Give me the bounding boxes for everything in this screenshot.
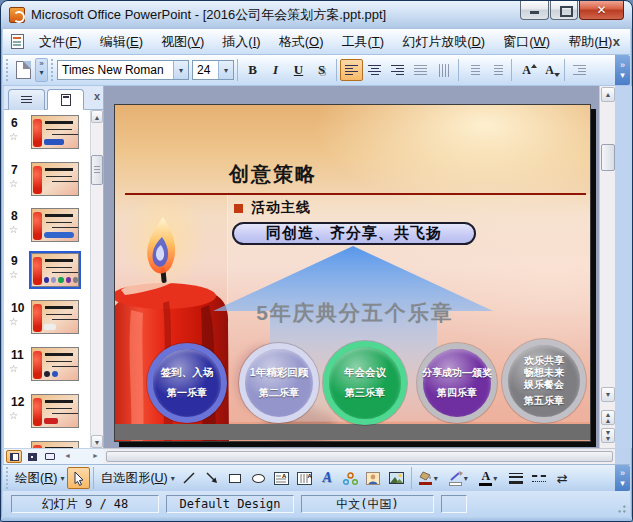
scroll-down-button[interactable]: ▼ [601, 387, 615, 402]
draw-menu-button[interactable]: 绘图(R) [12, 470, 60, 487]
dash-style-button[interactable] [528, 467, 551, 489]
numbered-list-button[interactable] [462, 59, 485, 81]
animation-star-icon[interactable]: ☆ [9, 363, 18, 374]
font-color-button[interactable]: A ▾ [475, 467, 505, 489]
thumbnail-image[interactable] [31, 347, 79, 381]
insert-picture-button[interactable] [385, 467, 408, 489]
size-dropdown-icon[interactable]: ▾ [218, 61, 233, 79]
textbox-tool-button[interactable]: A [270, 467, 293, 489]
animation-star-icon[interactable]: ☆ [9, 316, 18, 327]
font-name-combobox[interactable]: Times New Roman ▾ [57, 60, 189, 80]
slide-thumbnail-11[interactable]: 11 ☆ [4, 347, 90, 383]
vertical-scrollbar[interactable]: ▲ ▼ ▲▲ ▼▼ [599, 86, 615, 448]
toolbar-drag-handle[interactable] [5, 467, 10, 489]
slide-thumbnail-13-partial[interactable] [4, 441, 90, 448]
document-close-icon[interactable]: x [613, 29, 620, 55]
menu-window[interactable]: 窗口(W) [494, 29, 559, 55]
slide-thumbnail-10[interactable]: 10 ☆ [4, 300, 90, 336]
scrollbar-thumb[interactable] [601, 144, 615, 171]
pane-scrollbar[interactable]: ▲ ▼ [90, 110, 103, 448]
animation-star-icon[interactable]: ☆ [9, 178, 18, 189]
menu-view[interactable]: 视图(V) [152, 29, 213, 55]
wordart-button[interactable]: A [316, 467, 339, 489]
maximize-button[interactable] [550, 1, 578, 20]
scroll-right-icon[interactable]: ► [92, 452, 99, 459]
dropdown-icon[interactable]: ▾ [434, 474, 441, 483]
animation-star-icon[interactable]: ☆ [9, 269, 18, 280]
arrow-tool-button[interactable] [201, 467, 224, 489]
menu-edit[interactable]: 编辑(E) [91, 29, 152, 55]
pane-scrollbar-thumb[interactable] [91, 155, 103, 185]
animation-star-icon[interactable]: ☆ [9, 131, 18, 142]
toolbar-options-button[interactable]: » ▾ [615, 465, 630, 491]
align-left-button[interactable] [340, 59, 363, 81]
animation-star-icon[interactable]: ☆ [9, 224, 18, 235]
resize-grip[interactable] [616, 503, 628, 515]
menu-file[interactable]: 文件(F) [30, 29, 91, 55]
decrease-indent-button[interactable] [568, 59, 591, 81]
chapter-circle-1[interactable]: 签到、入场 第一乐章 [147, 343, 227, 423]
decrease-font-button[interactable]: A [538, 59, 561, 81]
bullet-item[interactable]: 活动主线 [234, 199, 311, 217]
new-slide-button[interactable] [12, 59, 35, 81]
menu-slideshow[interactable]: 幻灯片放映(D) [393, 29, 494, 55]
slide-sorter-view-button[interactable] [24, 450, 40, 463]
thumbnail-image[interactable] [31, 208, 79, 242]
slideshow-view-button[interactable] [42, 450, 58, 463]
arrow-caption[interactable]: 5年庆典分五个乐章 [205, 299, 505, 327]
chapter-circle-3[interactable]: 年会会议 第三乐章 [323, 341, 407, 425]
toolbar-overflow-button[interactable]: » ▾ [35, 58, 48, 82]
slide-canvas[interactable]: 创意策略 活动主线 同创造、齐分享、共飞扬 5年庆典分五个乐章 [114, 104, 591, 442]
previous-slide-button[interactable]: ▲▲ [601, 410, 615, 425]
toolbar-drag-handle[interactable] [50, 59, 55, 81]
language-status[interactable]: 中文(中国) [301, 495, 434, 513]
distribute-button[interactable] [409, 59, 432, 81]
align-center-button[interactable] [363, 59, 386, 81]
vertical-text-button[interactable] [432, 59, 455, 81]
toolbar-options-button[interactable]: » ▾ [615, 55, 630, 85]
thumbnail-image[interactable] [31, 394, 79, 428]
slide-title[interactable]: 创意策略 [229, 161, 317, 188]
minimize-button[interactable] [520, 1, 549, 20]
design-template-status[interactable]: Default Design [166, 495, 294, 513]
clipart-button[interactable] [362, 467, 385, 489]
underline-button[interactable]: U [287, 59, 310, 81]
font-size-combobox[interactable]: 24 ▾ [192, 60, 234, 80]
text-shadow-button[interactable]: S [310, 59, 333, 81]
scroll-left-icon[interactable]: ◄ [64, 452, 71, 459]
menu-format[interactable]: 格式(O) [270, 29, 333, 55]
thumbnail-image[interactable] [31, 300, 79, 334]
chapter-circle-4[interactable]: 分享成功—颁奖 第四乐章 [417, 343, 497, 423]
bold-button[interactable]: B [241, 59, 264, 81]
scroll-up-icon[interactable]: ▲ [91, 110, 103, 123]
toolbar-drag-handle[interactable] [5, 59, 10, 81]
dropdown-icon[interactable]: ▾ [493, 474, 500, 483]
thumbnail-image[interactable] [31, 253, 79, 287]
slide-thumbnail-6[interactable]: 6 ☆ [4, 115, 90, 151]
line-color-button[interactable]: ▾ [445, 467, 475, 489]
slide-thumbnail-7[interactable]: 7 ☆ [4, 162, 90, 198]
italic-button[interactable]: I [264, 59, 287, 81]
normal-view-button[interactable] [6, 450, 22, 463]
select-objects-button[interactable] [67, 467, 90, 489]
next-slide-button[interactable]: ▼▼ [601, 428, 615, 443]
scroll-up-button[interactable]: ▲ [601, 87, 615, 102]
oval-tool-button[interactable] [247, 467, 270, 489]
menu-insert[interactable]: 插入(I) [213, 29, 269, 55]
fill-color-button[interactable]: ▾ [415, 467, 445, 489]
slide-thumbnail-12[interactable]: 12 ☆ [4, 394, 90, 430]
chapter-circle-5[interactable]: 欢乐共享 畅想未来 娱乐餐会 第五乐章 [502, 339, 586, 423]
vertical-textbox-tool-button[interactable]: A [293, 467, 316, 489]
hscroll-thumb[interactable] [106, 451, 613, 462]
scroll-down-icon[interactable]: ▼ [91, 435, 103, 448]
bulleted-list-button[interactable] [485, 59, 508, 81]
slide-thumbnail-9-selected[interactable]: 9 ☆ [4, 253, 90, 289]
tab-slides[interactable] [47, 89, 84, 110]
tab-outline[interactable] [8, 89, 45, 110]
autoshapes-button[interactable]: 自选图形(U) [97, 470, 170, 487]
thumbnail-image[interactable] [31, 162, 79, 196]
chapter-circle-2[interactable]: 1年精彩回顾 第二乐章 [239, 343, 319, 423]
horizontal-scrollbar[interactable] [104, 448, 615, 464]
line-style-button[interactable] [505, 467, 528, 489]
thumbnail-image[interactable] [31, 115, 79, 149]
